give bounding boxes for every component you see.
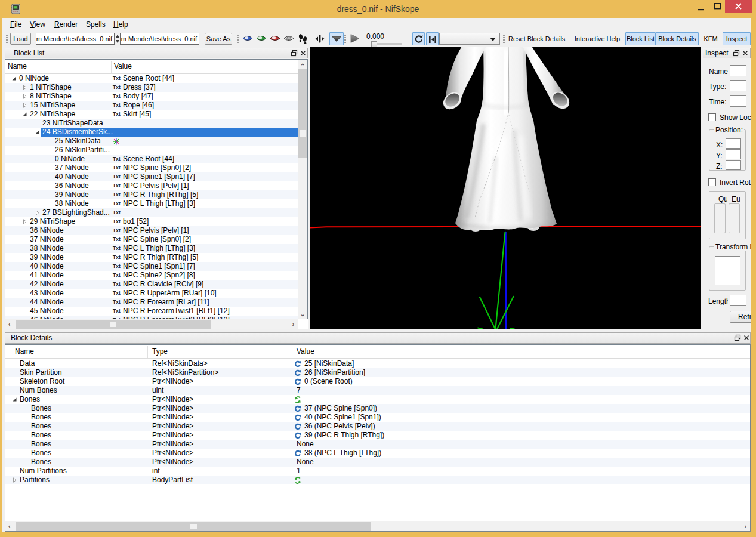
- block-list-row[interactable]: 29 NiTriShape Txt bo1 [52]: [5, 217, 298, 226]
- block-details-row[interactable]: Skeleton Root Ptr<NiNode> 0 (Scene: [5, 377, 750, 386]
- block-list-row[interactable]: 24 BSDismemberSk... Txt: [5, 128, 298, 137]
- y-field[interactable]: [726, 149, 741, 159]
- block-details-row[interactable]: Bones Ptr<NiNode> 38 (NPC L Thigh: [5, 449, 750, 458]
- block-list-row[interactable]: 25 NiSkinData Txt: [5, 137, 298, 146]
- block-list-row[interactable]: 37 NiNode Txt NPC Spine [Spn0] [2]: [5, 235, 298, 244]
- block-list-row[interactable]: 44 NiNode Txt NPC R Forearm [RLar] [11]: [5, 298, 298, 307]
- draw-nodes-eye-icon[interactable]: [256, 35, 267, 42]
- column-header-type[interactable]: Type: [152, 347, 168, 356]
- collapsed-arrow-icon[interactable]: [22, 85, 27, 90]
- column-header-value[interactable]: Value: [114, 62, 132, 70]
- float-panel-icon[interactable]: [734, 334, 741, 341]
- close-panel-icon[interactable]: [742, 50, 749, 57]
- draw-havok-eye-icon[interactable]: [270, 35, 280, 42]
- block-list-row[interactable]: 36 NiNode Txt NPC Pelvis [Pelv] [1]: [5, 226, 298, 235]
- play-icon[interactable]: [350, 33, 360, 44]
- expanded-arrow-icon[interactable]: [35, 129, 40, 135]
- block-details-row[interactable]: Bones Ptr<NiNode> 40 (NPC Spine1 [: [5, 413, 750, 422]
- toolbar-grip[interactable]: [344, 34, 347, 44]
- column-header-name[interactable]: Name: [8, 62, 27, 70]
- block-list-row[interactable]: 40 NiNode Txt NPC Spine1 [Spn1] [7]: [5, 172, 298, 181]
- z-field[interactable]: [726, 160, 741, 170]
- scroll-down-arrow[interactable]: ⌄: [300, 311, 305, 317]
- menu-item[interactable]: Help: [113, 20, 128, 30]
- block-list-title-bar[interactable]: Block List: [5, 48, 308, 58]
- collapsed-arrow-icon[interactable]: [22, 103, 27, 108]
- menu-item[interactable]: Render: [54, 20, 78, 30]
- column-splitter[interactable]: [147, 346, 148, 358]
- block-list-row[interactable]: 26 NiSkinPartiti... Txt: [5, 146, 298, 155]
- length-field[interactable]: [730, 295, 746, 306]
- draw-axes-eye-icon[interactable]: [242, 35, 253, 42]
- block-list-row[interactable]: 0 NiNode Txt Scene Root [44]: [5, 74, 298, 83]
- menu-item[interactable]: View: [30, 20, 45, 30]
- block-list-row[interactable]: 36 NiNode Txt NPC Pelvis [Pelv] [1]: [5, 181, 298, 190]
- block-list-row[interactable]: 8 NiTriShape Txt Body [47]: [5, 92, 298, 101]
- load-path-input[interactable]: m Mender\test\dress_0.nif: [36, 33, 115, 45]
- block-details-row[interactable]: Bones Ptr<NiNode> None: [5, 440, 750, 449]
- inspect-toggle[interactable]: Inspect: [723, 32, 751, 45]
- collapsed-arrow-icon[interactable]: [35, 210, 40, 215]
- block-list-row[interactable]: 45 NiNode Txt NPC R ForearmTwist1 [RLt1]…: [5, 307, 298, 316]
- block-list-row[interactable]: 22 NiTriShape Txt Skirt [45]: [5, 110, 298, 119]
- block-details-row[interactable]: Bones Ptr<NiNode> 39 (NPC R Thigh: [5, 431, 750, 440]
- move-axis-icon[interactable]: [315, 35, 325, 43]
- block-details-row[interactable]: Bones Ptr<NiNode> 37 (NPC Spine [S: [5, 404, 750, 413]
- column-header-name[interactable]: Name: [15, 347, 34, 356]
- close-button[interactable]: [725, 0, 752, 13]
- hscroll-thumb[interactable]: [16, 320, 211, 329]
- load-button[interactable]: Load: [10, 33, 31, 45]
- block-details-row[interactable]: Num Partitions int 1: [5, 467, 750, 476]
- block-list-row[interactable]: 40 NiNode Txt NPC Spine1 [Spn1] [7]: [5, 262, 298, 271]
- maximize-button[interactable]: [710, 0, 726, 13]
- block-list-row[interactable]: 15 NiTriShape Txt Rope [46]: [5, 101, 298, 110]
- column-splitter[interactable]: [292, 346, 292, 358]
- block-details-header[interactable]: Name Type Value: [5, 345, 750, 359]
- block-list-row[interactable]: 43 NiNode Txt NPC R UpperArm [RUar] [10]: [5, 289, 298, 298]
- block-list-vscrollbar[interactable]: ⌃ ⌄: [298, 60, 307, 320]
- scroll-left-arrow[interactable]: ‹: [8, 322, 10, 328]
- block-list-row[interactable]: 1 NiTriShape Txt Dress [37]: [5, 83, 298, 92]
- viewport-3d-canvas[interactable]: [310, 47, 701, 329]
- path-spinner[interactable]: [115, 33, 120, 45]
- toolbar-grip[interactable]: [503, 34, 505, 44]
- animation-select[interactable]: [439, 33, 500, 45]
- block-list-row[interactable]: 39 NiNode Txt NPC R Thigh [RThg] [5]: [5, 253, 298, 262]
- collapsed-arrow-icon[interactable]: [22, 94, 27, 99]
- refresh-button[interactable]: Refresh: [730, 311, 751, 323]
- draw-furniture-footprints-icon[interactable]: [298, 34, 307, 44]
- block-details-toggle[interactable]: Block Details: [656, 32, 699, 45]
- block-details-row[interactable]: Bones Ptr<NiNode>: [5, 395, 750, 404]
- step-animation-toggle[interactable]: [426, 32, 439, 45]
- block-list-row[interactable]: 42 NiNode Txt NPC R Clavicle [RClv] [9]: [5, 280, 298, 289]
- scroll-right-arrow[interactable]: ›: [745, 524, 746, 530]
- time-field[interactable]: [730, 95, 746, 107]
- interactive-help-button[interactable]: Interactive Help: [573, 32, 621, 45]
- reset-block-details-button[interactable]: Reset Block Details: [508, 32, 564, 45]
- column-splitter[interactable]: [111, 61, 112, 73]
- close-panel-icon[interactable]: [743, 334, 750, 341]
- block-details-row[interactable]: Partitions BodyPartList: [5, 476, 750, 484]
- expanded-arrow-icon[interactable]: [22, 112, 27, 117]
- save-path-input[interactable]: m Mender\test\dress_0.nif: [120, 33, 199, 45]
- name-field[interactable]: [730, 65, 746, 76]
- block-details-row[interactable]: Skin Partition Ref<NiSkinPartition>: [5, 368, 750, 377]
- column-header-value[interactable]: Value: [297, 347, 314, 356]
- time-slider-track[interactable]: [377, 43, 402, 45]
- float-panel-icon[interactable]: [291, 50, 298, 57]
- collapsed-arrow-icon[interactable]: [22, 219, 27, 224]
- save-as-button[interactable]: Save As: [205, 33, 232, 45]
- toolbar-grip[interactable]: [237, 34, 240, 44]
- block-details-row[interactable]: Num Bones uint 7: [5, 386, 750, 395]
- x-field[interactable]: [726, 138, 741, 149]
- menu-item[interactable]: Spells: [86, 20, 106, 30]
- block-details-row[interactable]: Bones Ptr<NiNode> None: [5, 458, 750, 467]
- draw-constraints-eye-icon[interactable]: [283, 35, 294, 42]
- block-list-hscrollbar[interactable]: ‹ ›: [5, 319, 298, 329]
- scroll-left-arrow[interactable]: ‹: [8, 524, 10, 530]
- type-field[interactable]: [730, 80, 746, 91]
- close-panel-icon[interactable]: [300, 50, 307, 57]
- minimize-button[interactable]: [693, 0, 709, 13]
- menu-item[interactable]: File: [10, 20, 21, 30]
- block-list-row[interactable]: 0 NiNode Txt Scene Root [44]: [5, 155, 298, 163]
